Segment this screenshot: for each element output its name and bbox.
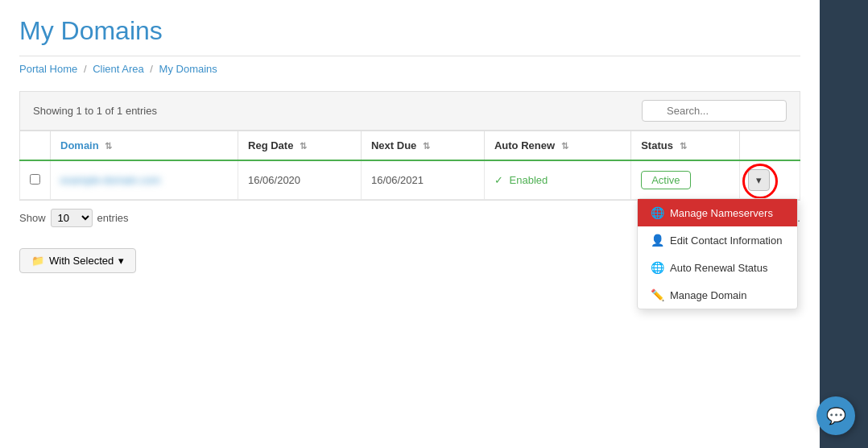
pencil-icon: ✏️ xyxy=(651,288,663,301)
sidebar xyxy=(820,0,868,448)
entries-select[interactable]: 10 25 50 100 xyxy=(51,209,93,227)
breadcrumb-my-domains[interactable]: My Domains xyxy=(159,63,217,75)
breadcrumb-client-area[interactable]: Client Area xyxy=(93,63,144,75)
search-wrapper: 🔍 xyxy=(642,100,787,122)
select-all-header xyxy=(20,131,51,161)
domain-name-cell[interactable]: example-domain.com xyxy=(51,160,238,200)
page-title: My Domains xyxy=(19,16,800,56)
th-domain[interactable]: Domain ⇅ xyxy=(51,131,238,161)
showing-text: Showing 1 to 1 of 1 entries xyxy=(33,105,157,117)
next-due-cell: 16/06/2021 xyxy=(361,160,484,200)
th-reg-date[interactable]: Reg Date ⇅ xyxy=(238,131,362,161)
table-header-bar: Showing 1 to 1 of 1 entries 🔍 xyxy=(19,91,800,131)
chevron-down-icon-2: ▾ xyxy=(118,255,124,267)
row-checkbox[interactable] xyxy=(30,174,40,185)
menu-item-edit-contact[interactable]: 👤 Edit Contact Information xyxy=(638,226,797,254)
action-btn-group: ▾ 🌐 Manage Nameservers 👤 Edit Contact In… xyxy=(748,169,792,191)
auto-renew-cell: ✓ Enabled xyxy=(484,160,630,200)
menu-item-auto-renewal[interactable]: 🌐 Auto Renewal Status xyxy=(638,254,797,281)
search-input[interactable] xyxy=(642,100,787,122)
folder-icon: 📁 xyxy=(31,255,44,267)
th-actions xyxy=(740,131,800,161)
fab-button[interactable]: 💬 xyxy=(816,396,855,435)
globe-icon-2: 🌐 xyxy=(651,261,663,274)
row-checkbox-cell xyxy=(20,160,51,200)
action-dropdown-toggle[interactable]: ▾ xyxy=(748,169,770,191)
th-next-due[interactable]: Next Due ⇅ xyxy=(361,131,484,161)
domain-table: Domain ⇅ Reg Date ⇅ Next Due ⇅ Auto Rene… xyxy=(19,131,800,200)
sort-icon-next-due: ⇅ xyxy=(423,141,430,151)
footer-left: Show 10 25 50 100 entries xyxy=(19,209,129,227)
dropdown-menu: 🌐 Manage Nameservers 👤 Edit Contact Info… xyxy=(637,198,798,309)
reg-date-cell: 16/06/2020 xyxy=(238,160,362,200)
status-cell: Active xyxy=(631,160,740,200)
th-status[interactable]: Status ⇅ xyxy=(631,131,740,161)
show-label: Show xyxy=(19,212,46,224)
sort-icon-status: ⇅ xyxy=(680,141,687,151)
menu-item-manage-domain[interactable]: ✏️ Manage Domain xyxy=(638,281,797,309)
th-auto-renew[interactable]: Auto Renew ⇅ xyxy=(484,131,630,161)
status-badge: Active xyxy=(641,171,690,189)
chevron-down-icon: ▾ xyxy=(756,174,762,186)
check-icon: ✓ xyxy=(494,174,503,186)
entries-label: entries xyxy=(97,212,129,224)
sort-icon-reg-date: ⇅ xyxy=(300,141,307,151)
menu-item-manage-nameservers[interactable]: 🌐 Manage Nameservers xyxy=(638,199,797,226)
person-icon: 👤 xyxy=(651,234,663,247)
table-header-row: Domain ⇅ Reg Date ⇅ Next Due ⇅ Auto Rene… xyxy=(20,131,800,161)
sort-icon-auto-renew: ⇅ xyxy=(561,141,568,151)
breadcrumb: Portal Home / Client Area / My Domains xyxy=(19,63,800,75)
sort-icon-domain: ⇅ xyxy=(105,141,112,151)
breadcrumb-portal-home[interactable]: Portal Home xyxy=(19,63,77,75)
globe-icon: 🌐 xyxy=(651,206,663,219)
with-selected-button[interactable]: 📁 With Selected ▾ xyxy=(19,248,136,273)
auto-renew-status: Enabled xyxy=(510,174,548,186)
action-cell: ▾ 🌐 Manage Nameservers 👤 Edit Contact In… xyxy=(740,160,800,200)
table-row: example-domain.com 16/06/2020 16/06/2021… xyxy=(20,160,800,200)
